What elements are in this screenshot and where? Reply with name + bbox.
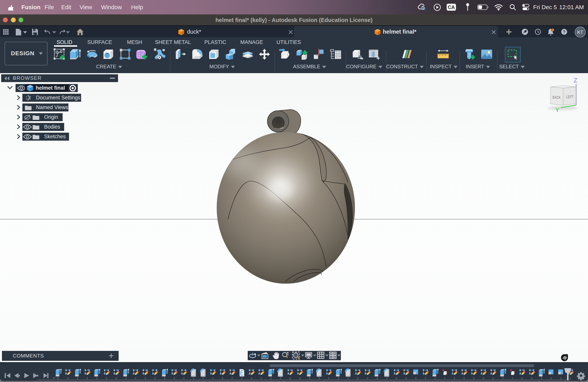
svg-text:Y: Y [555,106,559,113]
svg-text:?: ? [563,29,566,34]
svg-text:LEFT: LEFT [566,94,574,99]
svg-text:BACK: BACK [552,95,561,100]
svg-text:Z: Z [574,77,577,84]
